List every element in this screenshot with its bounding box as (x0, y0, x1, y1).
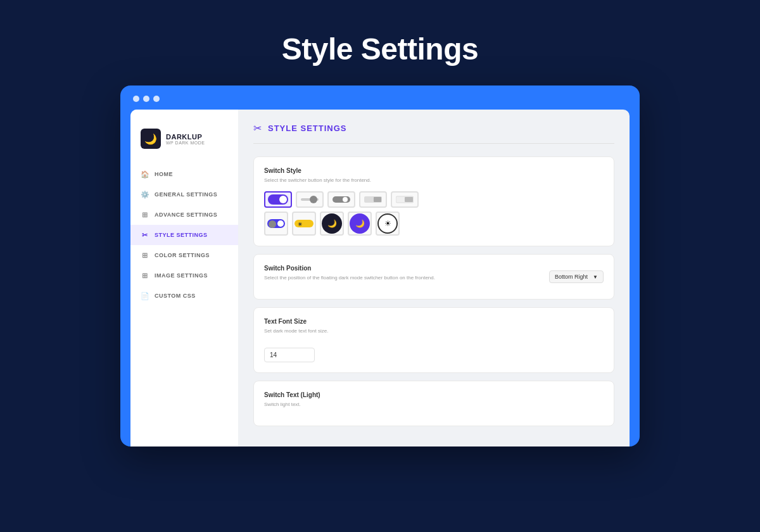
section-icon: ✂ (253, 122, 262, 134)
font-size-label: Text Font Size (264, 318, 604, 325)
svg-text:☀: ☀ (298, 222, 302, 227)
svg-rect-5 (374, 197, 381, 202)
browser-dots (133, 96, 160, 102)
logo-area: 🌙 DARKLUP WP DARK MODE (130, 122, 238, 164)
font-size-input[interactable] (264, 348, 315, 362)
switch-position-info: Switch Position Select the position of t… (264, 265, 435, 289)
text-font-size-card: Text Font Size Set dark mode text font s… (253, 307, 614, 372)
logo-text: DARKLUP WP DARK MODE (166, 133, 205, 145)
switch-style-option-8[interactable]: 🌙 (320, 212, 344, 236)
dot-2 (143, 96, 149, 102)
switch-style-desc: Select the switcher button style for the… (264, 177, 604, 184)
sidebar-item-color-settings[interactable]: ⊞ COLOR SETTINGS (130, 245, 238, 265)
font-size-desc: Set dark mode text font size. (264, 327, 604, 334)
switch-text-light-label: Switch Text (Light) (264, 391, 604, 398)
svg-rect-7 (405, 197, 413, 202)
switch-style-option-4[interactable] (359, 191, 387, 208)
switch-position-desc: Select the position of the floating dark… (264, 274, 435, 281)
chevron-down-icon: ▼ (593, 274, 598, 280)
sidebar: 🌙 DARKLUP WP DARK MODE 🏠 HOME ⚙️ GENERAL… (130, 110, 238, 446)
page-title: Style Settings (0, 32, 760, 66)
browser-window: 🌙 DARKLUP WP DARK MODE 🏠 HOME ⚙️ GENERAL… (120, 86, 640, 446)
dot-3 (153, 96, 160, 102)
app-content: 🌙 DARKLUP WP DARK MODE 🏠 HOME ⚙️ GENERAL… (130, 110, 630, 446)
switch-style-option-7[interactable]: ☀ (292, 212, 316, 236)
switch-position-card: Switch Position Select the position of t… (253, 254, 614, 300)
nav-label-custom-css: CUSTOM CSS (155, 293, 196, 299)
home-icon: 🏠 (141, 170, 149, 179)
switch-style-option-9[interactable]: 🌙 (348, 212, 372, 236)
nav-label-color: COLOR SETTINGS (155, 252, 210, 258)
section-header: ✂ STYLE SETTINGS (253, 122, 614, 144)
switch-text-light-card: Switch Text (Light) Switch light text. (253, 381, 614, 426)
logo-icon: 🌙 (141, 129, 161, 149)
nav-label-style: STYLE SETTINGS (155, 232, 208, 238)
svg-point-1 (310, 196, 317, 203)
dot-1 (133, 96, 139, 102)
custom-css-icon: 📄 (141, 291, 149, 300)
nav-label-advance: ADVANCE SETTINGS (155, 212, 217, 218)
switch-style-card: Switch Style Select the switcher button … (253, 156, 614, 246)
switch-styles-row2: ☀ 🌙 🌙 ☀ (264, 212, 604, 236)
sidebar-item-image-settings[interactable]: ⊞ IMAGE SETTINGS (130, 265, 238, 286)
switch-style-option-3[interactable] (327, 191, 355, 208)
browser-chrome (130, 96, 630, 110)
color-settings-icon: ⊞ (141, 251, 149, 260)
nav-label-general: GENERAL SETTINGS (155, 191, 217, 198)
sidebar-item-style-settings[interactable]: ✂ STYLE SETTINGS (130, 225, 238, 245)
switch-style-option-10[interactable]: ☀ (376, 212, 400, 236)
switch-text-light-desc: Switch light text. (264, 401, 604, 408)
switch-position-label: Switch Position (264, 265, 435, 272)
switch-style-option-6[interactable] (264, 212, 288, 236)
nav-label-image: IMAGE SETTINGS (155, 272, 208, 279)
advance-settings-icon: ⊞ (141, 210, 149, 219)
switch-style-option-5[interactable] (391, 191, 419, 208)
sidebar-item-advance-settings[interactable]: ⊞ ADVANCE SETTINGS (130, 205, 238, 225)
main-content: ✂ STYLE SETTINGS Switch Style Select the… (238, 110, 630, 446)
sidebar-item-home[interactable]: 🏠 HOME (130, 164, 238, 184)
general-settings-icon: ⚙️ (141, 190, 149, 199)
switch-style-label: Switch Style (264, 167, 604, 174)
image-settings-icon: ⊞ (141, 271, 149, 280)
sidebar-item-general-settings[interactable]: ⚙️ GENERAL SETTINGS (130, 184, 238, 205)
svg-point-3 (343, 197, 348, 202)
sidebar-item-custom-css[interactable]: 📄 CUSTOM CSS (130, 286, 238, 306)
switch-styles-row1 (264, 191, 604, 208)
position-value: Bottom Right (555, 274, 588, 280)
logo-name: DARKLUP (166, 133, 205, 141)
nav-label-home: HOME (155, 171, 173, 177)
switch-style-option-2[interactable] (296, 191, 324, 208)
page-title-section: Style Settings (0, 0, 760, 86)
switch-position-select[interactable]: Bottom Right ▼ (549, 270, 604, 283)
style-settings-icon: ✂ (141, 231, 149, 239)
section-title: STYLE SETTINGS (268, 124, 347, 133)
switch-style-option-1[interactable] (264, 191, 292, 208)
logo-subtitle: WP DARK MODE (166, 141, 205, 145)
